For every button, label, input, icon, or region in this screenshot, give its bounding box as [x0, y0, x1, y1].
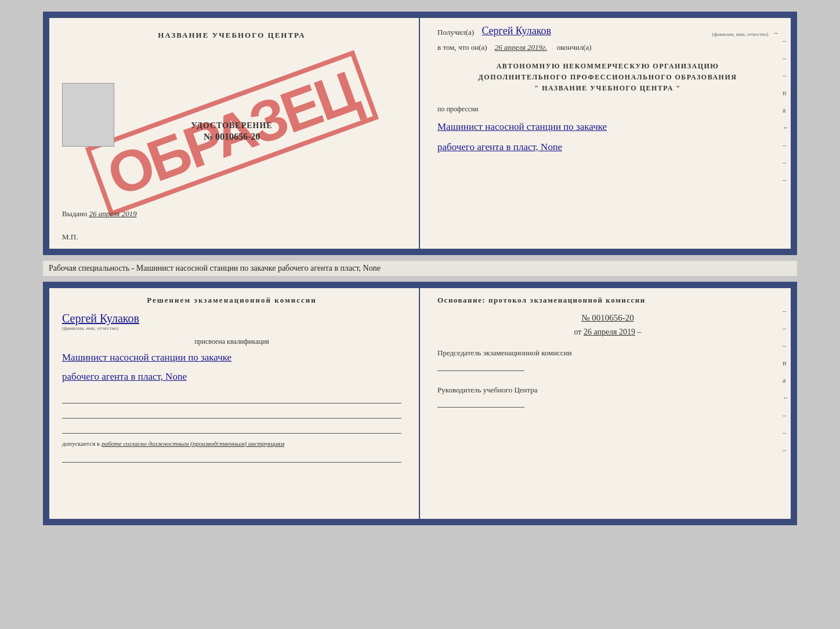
- assigned-label: присвоена квалификация: [62, 337, 401, 346]
- right-side-dashes: – – – и а ← – – –: [783, 37, 790, 184]
- allowed-prefix: допускается к: [62, 440, 100, 447]
- br-dash-5: –: [783, 428, 790, 437]
- dash-after-name: –: [774, 28, 779, 37]
- date-prefix: в том, что он(а): [437, 43, 487, 52]
- protocol-date-row: от 26 апреля 2019 –: [437, 328, 778, 337]
- dash-1: –: [783, 37, 790, 45]
- dash-i: и: [783, 89, 790, 97]
- blank-line-1: [62, 394, 401, 403]
- photo-placeholder: [62, 83, 114, 147]
- name-hint-top: (фамилия, имя, отчество): [712, 31, 768, 37]
- dash-a: а: [783, 106, 790, 115]
- name-subtitle-bottom: (фамилия, имя, отчество): [62, 325, 401, 331]
- org-block: АВТОНОМНУЮ НЕКОММЕРЧЕСКУЮ ОРГАНИЗАЦИЮ ДО…: [437, 61, 778, 94]
- issued-row: Выдано 26 апреля 2019: [62, 209, 401, 219]
- person-block: Сергей Кулаков (фамилия, имя, отчество): [62, 309, 401, 331]
- mp-label: М.П.: [62, 232, 78, 242]
- dash-4: –: [783, 141, 790, 150]
- profession-label: по профессии: [437, 105, 778, 114]
- bottom-document: Решением экзаменационной комиссии Сергей…: [43, 282, 797, 525]
- dash-3: –: [783, 71, 790, 80]
- br-side-dashes: – – – и а ← – – –: [783, 307, 790, 455]
- head-block: Руководитель учебного Центра: [437, 384, 778, 408]
- bottom-right-panel: – – – и а ← – – – Основание: протокол эк…: [420, 283, 795, 523]
- allowed-work: допускается к работе согласно должностны…: [62, 440, 401, 447]
- blank-line-4: [62, 453, 401, 463]
- blank-line-2: [62, 409, 401, 419]
- top-document: НАЗВАНИЕ УЧЕБНОГО ЦЕНТРА ОБРАЗЕЦ УДОСТОВ…: [43, 12, 797, 255]
- date-row: в том, что он(а) 26 апреля 2019г. окончи…: [437, 43, 778, 52]
- commission-title: Решением экзаменационной комиссии: [62, 295, 401, 306]
- dash-6: –: [783, 176, 790, 184]
- commission-name: Сергей Кулаков: [62, 312, 401, 325]
- dash-arrow: ←: [783, 123, 790, 132]
- received-row: Получил(а) Сергей Кулаков (фамилия, имя,…: [437, 25, 778, 37]
- chairman-label: Председатель экзаменационной комиссии: [437, 347, 778, 359]
- issued-prefix: Выдано: [62, 209, 87, 218]
- certificate-label: УДОСТОВЕРЕНИЕ: [191, 121, 272, 130]
- br-dash-3: –: [783, 341, 790, 350]
- issued-date: 26 апреля 2019: [89, 209, 137, 218]
- br-dash-1: –: [783, 307, 790, 315]
- left-panel: НАЗВАНИЕ УЧЕБНОГО ЦЕНТРА ОБРАЗЕЦ УДОСТОВ…: [45, 13, 420, 253]
- received-prefix: Получил(а): [437, 28, 474, 37]
- finished-label: окончил(а): [557, 43, 592, 52]
- protocol-date-dash: –: [638, 328, 642, 336]
- profession-line2: рабочего агента в пласт, None: [437, 140, 778, 155]
- br-dash-4: –: [783, 411, 790, 420]
- qualification-line1: Машинист насосной станции по закачке: [62, 350, 401, 365]
- org-line2: ДОПОЛНИТЕЛЬНОГО ПРОФЕССИОНАЛЬНОГО ОБРАЗО…: [437, 72, 778, 83]
- dash-2: –: [783, 54, 790, 63]
- date-value: 26 апреля 2019г.: [495, 43, 547, 52]
- basis-title: Основание: протокол экзаменационной коми…: [437, 295, 778, 306]
- document-container: НАЗВАНИЕ УЧЕБНОГО ЦЕНТРА ОБРАЗЕЦ УДОСТОВ…: [43, 12, 797, 525]
- protocol-number: № 0010656-20: [437, 313, 778, 323]
- head-label: Руководитель учебного Центра: [437, 384, 778, 396]
- middle-text-content: Рабочая специальность - Машинист насосно…: [49, 264, 381, 272]
- training-center-title-top: НАЗВАНИЕ УЧЕБНОГО ЦЕНТРА: [158, 31, 306, 40]
- protocol-date-prefix: от: [574, 328, 581, 336]
- br-dash-a: а: [783, 376, 790, 385]
- certificate-number: № 0010656-20: [204, 132, 260, 142]
- allowed-text: работе согласно должностным (производств…: [102, 440, 284, 447]
- qualification-line2: рабочего агента в пласт, None: [62, 369, 401, 384]
- blank-line-bottom: [62, 453, 401, 463]
- dash-5: –: [783, 158, 790, 167]
- br-dash-6: –: [783, 446, 790, 455]
- bottom-lines: [62, 394, 401, 434]
- org-line3: " НАЗВАНИЕ УЧЕБНОГО ЦЕНТРА ": [437, 83, 778, 94]
- chairman-block: Председатель экзаменационной комиссии: [437, 347, 778, 371]
- middle-text: Рабочая специальность - Машинист насосно…: [43, 261, 797, 276]
- protocol-date: 26 апреля 2019: [584, 328, 635, 336]
- head-signature-line: [437, 398, 524, 408]
- br-dash-i: и: [783, 359, 790, 368]
- br-dash-arrow: ←: [783, 394, 790, 402]
- chairman-signature-line: [437, 362, 524, 371]
- profession-line1: Машинист насосной станции по закачке: [437, 119, 778, 134]
- blank-line-3: [62, 424, 401, 434]
- right-panel-top: – – – и а ← – – – Получил(а) Сергей Кула…: [420, 13, 795, 253]
- br-dash-2: –: [783, 324, 790, 333]
- org-line1: АВТОНОМНУЮ НЕКОММЕРЧЕСКУЮ ОРГАНИЗАЦИЮ: [437, 61, 778, 72]
- received-name: Сергей Кулаков: [481, 25, 709, 37]
- bottom-left-panel: Решением экзаменационной комиссии Сергей…: [45, 283, 420, 523]
